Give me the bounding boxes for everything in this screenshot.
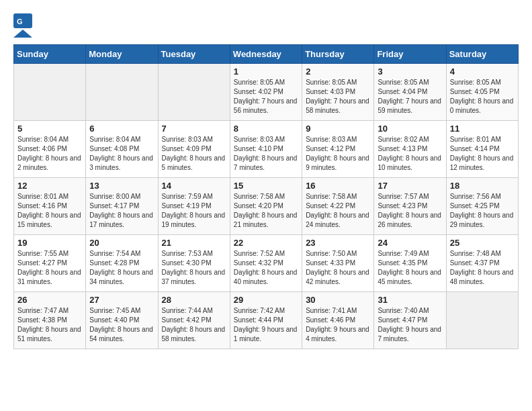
day-number: 13: [89, 181, 154, 191]
day-info: Sunrise: 8:05 AM Sunset: 4:03 PM Dayligh…: [306, 78, 370, 116]
day-number: 24: [378, 238, 442, 248]
day-number: 27: [89, 295, 154, 305]
calendar-week-row: 1Sunrise: 8:05 AM Sunset: 4:02 PM Daylig…: [14, 64, 519, 121]
day-info: Sunrise: 7:45 AM Sunset: 4:40 PM Dayligh…: [89, 306, 154, 344]
day-number: 29: [234, 295, 298, 305]
calendar-cell: 4Sunrise: 8:05 AM Sunset: 4:05 PM Daylig…: [446, 64, 518, 121]
calendar-cell: [14, 64, 86, 121]
day-info: Sunrise: 7:47 AM Sunset: 4:38 PM Dayligh…: [17, 306, 82, 344]
calendar-cell: 20Sunrise: 7:54 AM Sunset: 4:28 PM Dayli…: [86, 235, 158, 292]
day-info: Sunrise: 7:53 AM Sunset: 4:30 PM Dayligh…: [162, 249, 226, 287]
calendar-cell: 2Sunrise: 8:05 AM Sunset: 4:03 PM Daylig…: [302, 64, 374, 121]
day-info: Sunrise: 7:48 AM Sunset: 4:37 PM Dayligh…: [450, 249, 515, 287]
calendar-cell: 13Sunrise: 8:00 AM Sunset: 4:17 PM Dayli…: [86, 178, 158, 235]
day-info: Sunrise: 7:52 AM Sunset: 4:32 PM Dayligh…: [234, 249, 298, 287]
day-info: Sunrise: 7:49 AM Sunset: 4:35 PM Dayligh…: [378, 249, 442, 287]
calendar-cell: 24Sunrise: 7:49 AM Sunset: 4:35 PM Dayli…: [374, 235, 446, 292]
calendar-cell: 6Sunrise: 8:04 AM Sunset: 4:08 PM Daylig…: [86, 121, 158, 178]
svg-marker-1: [13, 30, 32, 38]
calendar-cell: 7Sunrise: 8:03 AM Sunset: 4:09 PM Daylig…: [158, 121, 230, 178]
day-number: 8: [234, 124, 298, 134]
calendar-cell: 8Sunrise: 8:03 AM Sunset: 4:10 PM Daylig…: [230, 121, 302, 178]
day-info: Sunrise: 8:03 AM Sunset: 4:10 PM Dayligh…: [234, 135, 298, 173]
calendar-cell: 3Sunrise: 8:05 AM Sunset: 4:04 PM Daylig…: [374, 64, 446, 121]
day-info: Sunrise: 7:55 AM Sunset: 4:27 PM Dayligh…: [17, 249, 82, 287]
logo: G: [13, 13, 36, 38]
calendar-cell: [86, 64, 158, 121]
day-info: Sunrise: 8:05 AM Sunset: 4:04 PM Dayligh…: [378, 78, 442, 116]
day-number: 21: [162, 238, 226, 248]
weekday-header: Thursday: [302, 45, 374, 64]
day-info: Sunrise: 7:42 AM Sunset: 4:44 PM Dayligh…: [234, 306, 298, 344]
day-info: Sunrise: 8:01 AM Sunset: 4:14 PM Dayligh…: [450, 135, 515, 173]
calendar-cell: 5Sunrise: 8:04 AM Sunset: 4:06 PM Daylig…: [14, 121, 86, 178]
calendar-cell: 18Sunrise: 7:56 AM Sunset: 4:25 PM Dayli…: [446, 178, 518, 235]
day-info: Sunrise: 8:03 AM Sunset: 4:09 PM Dayligh…: [162, 135, 226, 173]
calendar-cell: 27Sunrise: 7:45 AM Sunset: 4:40 PM Dayli…: [86, 292, 158, 349]
calendar-week-row: 26Sunrise: 7:47 AM Sunset: 4:38 PM Dayli…: [14, 292, 519, 349]
calendar-cell: 21Sunrise: 7:53 AM Sunset: 4:30 PM Dayli…: [158, 235, 230, 292]
day-info: Sunrise: 7:58 AM Sunset: 4:20 PM Dayligh…: [234, 192, 298, 230]
calendar-cell: 17Sunrise: 7:57 AM Sunset: 4:23 PM Dayli…: [374, 178, 446, 235]
day-info: Sunrise: 7:44 AM Sunset: 4:42 PM Dayligh…: [162, 306, 226, 344]
day-number: 5: [17, 124, 82, 134]
day-number: 15: [234, 181, 298, 191]
day-number: 30: [306, 295, 370, 305]
day-number: 11: [450, 124, 515, 134]
calendar-cell: 28Sunrise: 7:44 AM Sunset: 4:42 PM Dayli…: [158, 292, 230, 349]
svg-text:G: G: [17, 17, 23, 26]
logo-icon: G: [13, 13, 32, 38]
calendar-cell: 25Sunrise: 7:48 AM Sunset: 4:37 PM Dayli…: [446, 235, 518, 292]
calendar-cell: 30Sunrise: 7:41 AM Sunset: 4:46 PM Dayli…: [302, 292, 374, 349]
day-number: 9: [306, 124, 370, 134]
calendar-cell: 14Sunrise: 7:59 AM Sunset: 4:19 PM Dayli…: [158, 178, 230, 235]
day-info: Sunrise: 7:57 AM Sunset: 4:23 PM Dayligh…: [378, 192, 442, 230]
weekday-header: Tuesday: [158, 45, 230, 64]
day-number: 31: [378, 295, 442, 305]
calendar-cell: 26Sunrise: 7:47 AM Sunset: 4:38 PM Dayli…: [14, 292, 86, 349]
day-number: 19: [17, 238, 82, 248]
calendar-cell: 9Sunrise: 8:03 AM Sunset: 4:12 PM Daylig…: [302, 121, 374, 178]
calendar-week-row: 12Sunrise: 8:01 AM Sunset: 4:16 PM Dayli…: [14, 178, 519, 235]
day-number: 28: [162, 295, 226, 305]
page-header: G: [13, 13, 519, 38]
day-number: 3: [378, 66, 442, 77]
calendar-cell: 16Sunrise: 7:58 AM Sunset: 4:22 PM Dayli…: [302, 178, 374, 235]
calendar-cell: 12Sunrise: 8:01 AM Sunset: 4:16 PM Dayli…: [14, 178, 86, 235]
day-number: 25: [450, 238, 515, 248]
calendar-cell: 10Sunrise: 8:02 AM Sunset: 4:13 PM Dayli…: [374, 121, 446, 178]
day-number: 23: [306, 238, 370, 248]
weekday-header: Sunday: [14, 45, 86, 64]
day-number: 1: [234, 66, 298, 77]
calendar-week-row: 5Sunrise: 8:04 AM Sunset: 4:06 PM Daylig…: [14, 121, 519, 178]
day-info: Sunrise: 7:59 AM Sunset: 4:19 PM Dayligh…: [162, 192, 226, 230]
day-info: Sunrise: 8:04 AM Sunset: 4:08 PM Dayligh…: [89, 135, 154, 173]
day-info: Sunrise: 8:04 AM Sunset: 4:06 PM Dayligh…: [17, 135, 82, 173]
day-number: 4: [450, 66, 515, 77]
day-info: Sunrise: 7:54 AM Sunset: 4:28 PM Dayligh…: [89, 249, 154, 287]
day-number: 6: [89, 124, 154, 134]
weekday-header: Saturday: [446, 45, 518, 64]
day-number: 16: [306, 181, 370, 191]
day-number: 18: [450, 181, 515, 191]
weekday-header: Monday: [86, 45, 158, 64]
day-number: 17: [378, 181, 442, 191]
day-info: Sunrise: 8:05 AM Sunset: 4:05 PM Dayligh…: [450, 78, 515, 116]
calendar-cell: 19Sunrise: 7:55 AM Sunset: 4:27 PM Dayli…: [14, 235, 86, 292]
day-number: 7: [162, 124, 226, 134]
day-info: Sunrise: 7:40 AM Sunset: 4:47 PM Dayligh…: [378, 306, 442, 344]
calendar-cell: 31Sunrise: 7:40 AM Sunset: 4:47 PM Dayli…: [374, 292, 446, 349]
day-number: 22: [234, 238, 298, 248]
calendar-cell: 1Sunrise: 8:05 AM Sunset: 4:02 PM Daylig…: [230, 64, 302, 121]
day-number: 10: [378, 124, 442, 134]
calendar-cell: 22Sunrise: 7:52 AM Sunset: 4:32 PM Dayli…: [230, 235, 302, 292]
weekday-header: Friday: [374, 45, 446, 64]
day-info: Sunrise: 7:56 AM Sunset: 4:25 PM Dayligh…: [450, 192, 515, 230]
weekday-header: Wednesday: [230, 45, 302, 64]
calendar-cell: 11Sunrise: 8:01 AM Sunset: 4:14 PM Dayli…: [446, 121, 518, 178]
day-info: Sunrise: 8:00 AM Sunset: 4:17 PM Dayligh…: [89, 192, 154, 230]
calendar-cell: [158, 64, 230, 121]
calendar-week-row: 19Sunrise: 7:55 AM Sunset: 4:27 PM Dayli…: [14, 235, 519, 292]
day-number: 26: [17, 295, 82, 305]
calendar-cell: 29Sunrise: 7:42 AM Sunset: 4:44 PM Dayli…: [230, 292, 302, 349]
